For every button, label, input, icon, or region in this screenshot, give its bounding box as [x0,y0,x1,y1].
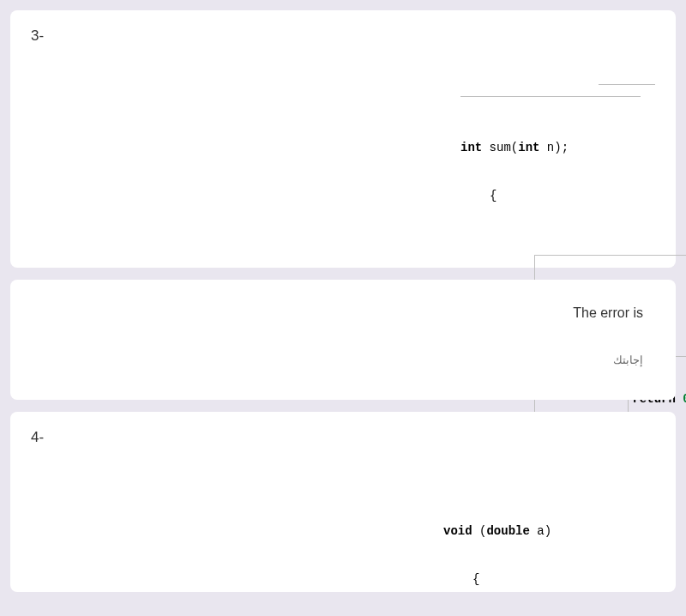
code-line: int sum(int n); [460,140,641,156]
decorative-rule [599,84,655,85]
question-4-number: 4- [31,429,44,446]
question-3-number: 3- [31,27,44,45]
code-line: { [472,571,623,588]
code-line: { [490,188,641,204]
question-4-code: void (double a) { cout<<" a = "; cout<<a… [443,491,623,616]
error-prompt-text: The error is [573,305,643,321]
question-4-card: 4- void (double a) { cout<<" a = "; cout… [10,412,676,592]
answer-label[interactable]: إجابتك [613,353,643,366]
error-prompt-card: The error is إجابتك [10,280,676,400]
question-3-card: 3- int sum(int n); { if (n==0); return 0… [10,10,676,268]
code-line: void (double a) [443,523,623,540]
